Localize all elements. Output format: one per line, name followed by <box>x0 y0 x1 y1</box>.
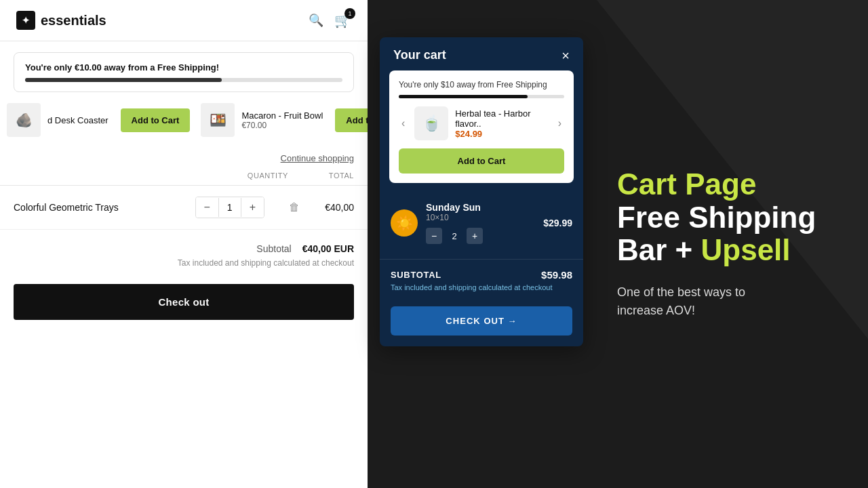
upsell-item-2-price: €70.00 <box>241 121 323 130</box>
cart-icon-wrap[interactable]: 🛒 1 <box>334 12 351 28</box>
upsell-item-2: 🍱 Macaron - Fruit Bowl €70.00 Add to Car… <box>201 103 368 137</box>
modal-qty-decrease-button[interactable]: − <box>426 228 442 244</box>
cart-item-name: Colorful Geometric Trays <box>14 202 195 213</box>
shipping-banner: You're only €10.00 away from a Free Ship… <box>14 52 354 92</box>
modal-item-variant: 10×10 <box>426 213 535 222</box>
heading-line2: Free Shipping <box>617 201 816 234</box>
modal-upsell-add-button[interactable]: Add to Cart <box>399 148 564 174</box>
quantity-value: 1 <box>218 198 241 217</box>
shipping-progress-fill <box>25 78 222 82</box>
upsell-item-1-info: d Desk Coaster <box>47 115 108 125</box>
cart-table-header: QUANTITY TOTAL <box>0 171 368 186</box>
modal-qty-value: 2 <box>448 231 461 241</box>
right-subtext: One of the best ways toincrease AOV! <box>617 283 841 320</box>
upsell-product-price: $24.99 <box>455 129 548 139</box>
quantity-control[interactable]: − 1 + <box>195 197 264 218</box>
shipping-progress-bar <box>25 78 342 82</box>
item-total-price: €40,00 <box>313 202 354 213</box>
checkout-button-wrap: Check out <box>0 276 368 331</box>
right-panel: Cart Page Free Shipping Bar + Upsell One… <box>590 0 868 488</box>
right-heading: Cart Page Free Shipping Bar + Upsell <box>617 168 841 266</box>
header-icons: 🔍 🛒 1 <box>309 12 351 28</box>
cart-item: Colorful Geometric Trays − 1 + 🗑 €40,00 <box>0 186 368 230</box>
modal-upsell-progress-bar <box>399 95 564 98</box>
modal-checkout-button[interactable]: CHECK OUT → <box>391 306 572 336</box>
tax-note: Tax included and shipping calculated at … <box>14 258 354 268</box>
modal-tax-note: Tax included and shipping calculated at … <box>391 283 572 291</box>
modal-qty-increase-button[interactable]: + <box>467 228 483 244</box>
modal-qty-control[interactable]: − 2 + <box>426 228 535 244</box>
modal-cart-item: ☀️ Sunday Sun 10×10 − 2 + $29.99 <box>380 192 583 253</box>
modal-subtotal-label: SUBTOTAL <box>391 270 441 280</box>
upsell-item-2-name: Macaron - Fruit Bowl <box>241 110 323 121</box>
upsell-product-info: Herbal tea - Harbor flavor.. $24.99 <box>455 108 548 139</box>
checkout-button[interactable]: Check out <box>14 284 354 320</box>
modal-item-name: Sunday Sun <box>426 202 535 213</box>
modal-upsell-card: You're only $10 away from Free Shipping … <box>389 70 574 183</box>
upsell-item-1-name: d Desk Coaster <box>47 115 108 125</box>
total-column-header: TOTAL <box>329 171 354 180</box>
subtotal-section: Subtotal €40,00 EUR Tax included and shi… <box>0 230 368 276</box>
shipping-banner-text: You're only €10.00 away from a Free Ship… <box>25 62 342 73</box>
upsell-carousel: 🪨 d Desk Coaster Add to Cart 🍱 Macaron -… <box>0 103 368 148</box>
modal-subtotal-row: SUBTOTAL $59.98 <box>391 269 572 281</box>
modal-shipping-text: You're only $10 away from Free Shipping <box>399 80 564 89</box>
modal-title: Your cart <box>393 48 446 62</box>
modal-close-button[interactable]: × <box>561 49 570 62</box>
modal-header: Your cart × <box>380 37 583 70</box>
upsell-item-2-info: Macaron - Fruit Bowl €70.00 <box>241 110 323 130</box>
heading-line1: Cart Page <box>617 167 756 201</box>
upsell-item-1-add-button[interactable]: Add to Cart <box>121 108 191 132</box>
upsell-product-image: 🍵 <box>414 106 448 140</box>
delete-item-button[interactable]: 🗑 <box>289 201 300 214</box>
upsell-item-2-add-button[interactable]: Add to Cart <box>335 108 368 132</box>
heading-line3-suffix: Upsell <box>701 233 791 266</box>
store-name: essentials <box>41 13 106 28</box>
upsell-item-2-image: 🍱 <box>201 103 235 137</box>
upsell-next-button[interactable]: › <box>555 115 564 132</box>
store-logo: ✦ essentials <box>16 11 106 30</box>
subtotal-value: €40,00 EUR <box>302 243 354 254</box>
modal-product-row: ‹ 🍵 Herbal tea - Harbor flavor.. $24.99 … <box>399 106 564 140</box>
upsell-item-1-image: 🪨 <box>7 103 41 137</box>
upsell-prev-button[interactable]: ‹ <box>399 115 408 132</box>
quantity-increase-button[interactable]: + <box>241 197 264 218</box>
cart-modal: Your cart × You're only $10 away from Fr… <box>380 37 583 346</box>
continue-shopping-link[interactable]: Continue shopping <box>0 148 368 171</box>
search-icon[interactable]: 🔍 <box>309 13 323 28</box>
modal-item-price: $29.99 <box>543 218 572 228</box>
store-header: ✦ essentials 🔍 🛒 1 <box>0 0 368 41</box>
left-panel: ✦ essentials 🔍 🛒 1 You're only €10.00 aw… <box>0 0 368 488</box>
quantity-column-header: QUANTITY <box>248 171 288 180</box>
modal-subtotal-value: $59.98 <box>541 269 572 281</box>
modal-item-icon: ☀️ <box>391 209 418 237</box>
modal-subtotal-section: SUBTOTAL $59.98 Tax included and shippin… <box>380 259 583 306</box>
subtotal-row: Subtotal €40,00 EUR <box>14 243 354 254</box>
heading-line3-prefix: Bar + <box>617 233 701 266</box>
logo-icon: ✦ <box>16 11 35 30</box>
upsell-item-1: 🪨 d Desk Coaster Add to Cart <box>7 103 190 137</box>
cart-badge: 1 <box>344 8 355 19</box>
modal-upsell-progress-fill <box>399 95 528 98</box>
upsell-product-name: Herbal tea - Harbor flavor.. <box>455 108 548 129</box>
quantity-decrease-button[interactable]: − <box>196 197 218 218</box>
modal-item-info: Sunday Sun 10×10 − 2 + <box>426 202 535 244</box>
subtotal-label: Subtotal <box>256 243 291 254</box>
